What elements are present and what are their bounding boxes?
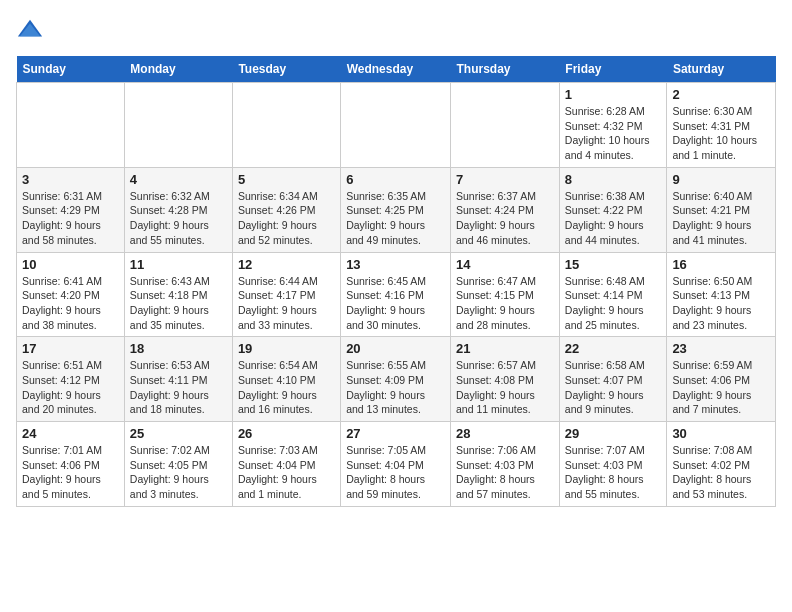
calendar-cell: 15Sunrise: 6:48 AM Sunset: 4:14 PM Dayli… (559, 252, 667, 337)
calendar-cell (341, 83, 451, 168)
day-info: Sunrise: 6:55 AM Sunset: 4:09 PM Dayligh… (346, 358, 445, 417)
day-number: 20 (346, 341, 445, 356)
weekday-header-cell: Friday (559, 56, 667, 83)
calendar-week-row: 3Sunrise: 6:31 AM Sunset: 4:29 PM Daylig… (17, 167, 776, 252)
weekday-header-cell: Thursday (451, 56, 560, 83)
day-info: Sunrise: 6:30 AM Sunset: 4:31 PM Dayligh… (672, 104, 770, 163)
day-info: Sunrise: 6:58 AM Sunset: 4:07 PM Dayligh… (565, 358, 662, 417)
day-info: Sunrise: 7:07 AM Sunset: 4:03 PM Dayligh… (565, 443, 662, 502)
calendar-cell: 30Sunrise: 7:08 AM Sunset: 4:02 PM Dayli… (667, 422, 776, 507)
calendar-table: SundayMondayTuesdayWednesdayThursdayFrid… (16, 56, 776, 507)
day-info: Sunrise: 6:47 AM Sunset: 4:15 PM Dayligh… (456, 274, 554, 333)
day-number: 19 (238, 341, 335, 356)
calendar-cell: 6Sunrise: 6:35 AM Sunset: 4:25 PM Daylig… (341, 167, 451, 252)
day-number: 16 (672, 257, 770, 272)
day-info: Sunrise: 6:31 AM Sunset: 4:29 PM Dayligh… (22, 189, 119, 248)
logo (16, 16, 48, 44)
calendar-body: 1Sunrise: 6:28 AM Sunset: 4:32 PM Daylig… (17, 83, 776, 507)
day-number: 26 (238, 426, 335, 441)
day-info: Sunrise: 7:01 AM Sunset: 4:06 PM Dayligh… (22, 443, 119, 502)
calendar-cell: 4Sunrise: 6:32 AM Sunset: 4:28 PM Daylig… (124, 167, 232, 252)
calendar-cell: 29Sunrise: 7:07 AM Sunset: 4:03 PM Dayli… (559, 422, 667, 507)
day-number: 23 (672, 341, 770, 356)
calendar-cell: 9Sunrise: 6:40 AM Sunset: 4:21 PM Daylig… (667, 167, 776, 252)
day-info: Sunrise: 7:05 AM Sunset: 4:04 PM Dayligh… (346, 443, 445, 502)
day-number: 28 (456, 426, 554, 441)
calendar-cell: 16Sunrise: 6:50 AM Sunset: 4:13 PM Dayli… (667, 252, 776, 337)
calendar-cell: 17Sunrise: 6:51 AM Sunset: 4:12 PM Dayli… (17, 337, 125, 422)
calendar-cell: 12Sunrise: 6:44 AM Sunset: 4:17 PM Dayli… (232, 252, 340, 337)
day-info: Sunrise: 6:28 AM Sunset: 4:32 PM Dayligh… (565, 104, 662, 163)
calendar-cell (232, 83, 340, 168)
day-info: Sunrise: 6:50 AM Sunset: 4:13 PM Dayligh… (672, 274, 770, 333)
calendar-cell: 3Sunrise: 6:31 AM Sunset: 4:29 PM Daylig… (17, 167, 125, 252)
day-number: 14 (456, 257, 554, 272)
calendar-week-row: 17Sunrise: 6:51 AM Sunset: 4:12 PM Dayli… (17, 337, 776, 422)
calendar-cell: 19Sunrise: 6:54 AM Sunset: 4:10 PM Dayli… (232, 337, 340, 422)
calendar-cell: 28Sunrise: 7:06 AM Sunset: 4:03 PM Dayli… (451, 422, 560, 507)
day-number: 5 (238, 172, 335, 187)
day-info: Sunrise: 6:54 AM Sunset: 4:10 PM Dayligh… (238, 358, 335, 417)
day-info: Sunrise: 6:35 AM Sunset: 4:25 PM Dayligh… (346, 189, 445, 248)
day-info: Sunrise: 6:38 AM Sunset: 4:22 PM Dayligh… (565, 189, 662, 248)
calendar-cell: 5Sunrise: 6:34 AM Sunset: 4:26 PM Daylig… (232, 167, 340, 252)
calendar-cell: 11Sunrise: 6:43 AM Sunset: 4:18 PM Dayli… (124, 252, 232, 337)
day-number: 15 (565, 257, 662, 272)
day-number: 30 (672, 426, 770, 441)
day-number: 10 (22, 257, 119, 272)
day-number: 24 (22, 426, 119, 441)
day-number: 11 (130, 257, 227, 272)
calendar-cell: 20Sunrise: 6:55 AM Sunset: 4:09 PM Dayli… (341, 337, 451, 422)
calendar-cell: 13Sunrise: 6:45 AM Sunset: 4:16 PM Dayli… (341, 252, 451, 337)
day-number: 18 (130, 341, 227, 356)
day-number: 2 (672, 87, 770, 102)
calendar-cell: 26Sunrise: 7:03 AM Sunset: 4:04 PM Dayli… (232, 422, 340, 507)
calendar-week-row: 24Sunrise: 7:01 AM Sunset: 4:06 PM Dayli… (17, 422, 776, 507)
day-number: 3 (22, 172, 119, 187)
day-number: 7 (456, 172, 554, 187)
calendar-cell: 22Sunrise: 6:58 AM Sunset: 4:07 PM Dayli… (559, 337, 667, 422)
day-number: 8 (565, 172, 662, 187)
day-info: Sunrise: 6:32 AM Sunset: 4:28 PM Dayligh… (130, 189, 227, 248)
day-info: Sunrise: 7:02 AM Sunset: 4:05 PM Dayligh… (130, 443, 227, 502)
weekday-header-cell: Wednesday (341, 56, 451, 83)
day-number: 1 (565, 87, 662, 102)
calendar-week-row: 1Sunrise: 6:28 AM Sunset: 4:32 PM Daylig… (17, 83, 776, 168)
logo-icon (16, 16, 44, 44)
weekday-header-cell: Sunday (17, 56, 125, 83)
calendar-week-row: 10Sunrise: 6:41 AM Sunset: 4:20 PM Dayli… (17, 252, 776, 337)
day-info: Sunrise: 7:06 AM Sunset: 4:03 PM Dayligh… (456, 443, 554, 502)
day-number: 27 (346, 426, 445, 441)
calendar-cell: 8Sunrise: 6:38 AM Sunset: 4:22 PM Daylig… (559, 167, 667, 252)
day-number: 12 (238, 257, 335, 272)
page-header (16, 16, 776, 44)
calendar-cell: 1Sunrise: 6:28 AM Sunset: 4:32 PM Daylig… (559, 83, 667, 168)
day-number: 4 (130, 172, 227, 187)
day-number: 29 (565, 426, 662, 441)
day-info: Sunrise: 6:51 AM Sunset: 4:12 PM Dayligh… (22, 358, 119, 417)
calendar-cell: 21Sunrise: 6:57 AM Sunset: 4:08 PM Dayli… (451, 337, 560, 422)
calendar-cell: 24Sunrise: 7:01 AM Sunset: 4:06 PM Dayli… (17, 422, 125, 507)
day-info: Sunrise: 7:08 AM Sunset: 4:02 PM Dayligh… (672, 443, 770, 502)
day-number: 9 (672, 172, 770, 187)
day-info: Sunrise: 6:43 AM Sunset: 4:18 PM Dayligh… (130, 274, 227, 333)
weekday-header-cell: Saturday (667, 56, 776, 83)
weekday-header-cell: Monday (124, 56, 232, 83)
calendar-cell (124, 83, 232, 168)
day-info: Sunrise: 6:45 AM Sunset: 4:16 PM Dayligh… (346, 274, 445, 333)
day-number: 25 (130, 426, 227, 441)
calendar-cell: 10Sunrise: 6:41 AM Sunset: 4:20 PM Dayli… (17, 252, 125, 337)
calendar-cell: 23Sunrise: 6:59 AM Sunset: 4:06 PM Dayli… (667, 337, 776, 422)
day-info: Sunrise: 6:37 AM Sunset: 4:24 PM Dayligh… (456, 189, 554, 248)
day-number: 22 (565, 341, 662, 356)
day-number: 6 (346, 172, 445, 187)
day-info: Sunrise: 6:41 AM Sunset: 4:20 PM Dayligh… (22, 274, 119, 333)
calendar-cell: 25Sunrise: 7:02 AM Sunset: 4:05 PM Dayli… (124, 422, 232, 507)
calendar-cell (451, 83, 560, 168)
calendar-cell: 14Sunrise: 6:47 AM Sunset: 4:15 PM Dayli… (451, 252, 560, 337)
calendar-cell: 7Sunrise: 6:37 AM Sunset: 4:24 PM Daylig… (451, 167, 560, 252)
day-info: Sunrise: 6:48 AM Sunset: 4:14 PM Dayligh… (565, 274, 662, 333)
day-info: Sunrise: 6:44 AM Sunset: 4:17 PM Dayligh… (238, 274, 335, 333)
day-info: Sunrise: 6:34 AM Sunset: 4:26 PM Dayligh… (238, 189, 335, 248)
weekday-header-row: SundayMondayTuesdayWednesdayThursdayFrid… (17, 56, 776, 83)
